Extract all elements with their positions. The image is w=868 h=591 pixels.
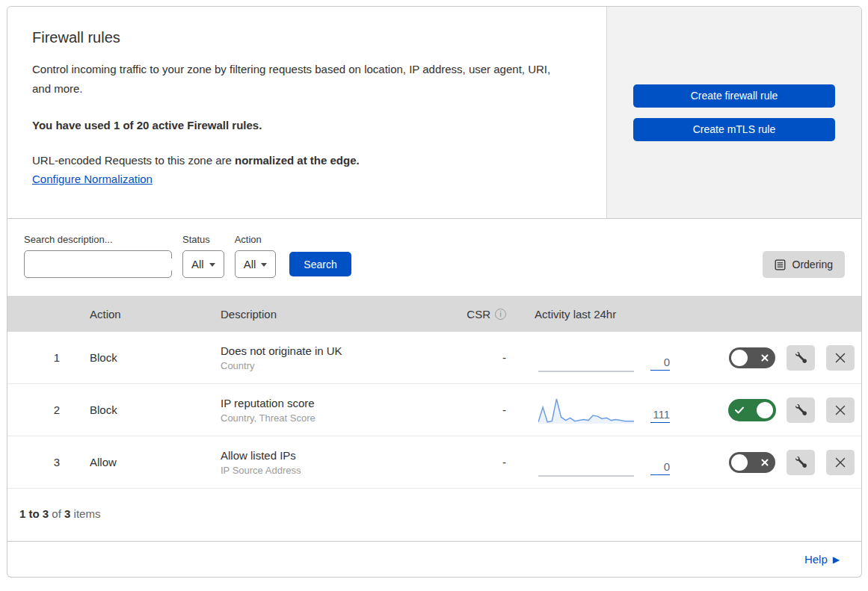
search-input[interactable] [38,259,173,270]
rule-action: Block [75,351,206,364]
rule-description: IP reputation score [221,397,445,409]
close-icon [835,405,846,415]
check-icon [735,406,744,414]
rule-controls [692,397,861,423]
rule-priority: 2 [7,403,75,416]
firewall-rules-page: Firewall rules Control incoming traffic … [7,6,862,578]
close-icon [835,457,846,468]
toggle-knob [731,350,748,366]
table-row: 3 Allow Allow listed IPs IP Source Addre… [7,436,861,489]
activity-count-link[interactable]: 0 [650,460,670,475]
edit-rule-button[interactable] [787,345,815,371]
header-content: Firewall rules Control incoming traffic … [7,7,606,218]
pagination-of: of [52,507,61,520]
rule-priority: 3 [7,456,75,468]
table-row: 1 Block Does not originate in UK Country… [7,332,861,384]
activity-count-link[interactable]: 0 [650,356,670,371]
rule-description-cell: Does not originate in UK Country [206,344,445,371]
pagination-summary: 1 to 3 of 3 items [7,489,861,541]
ordering-button[interactable]: Ordering [763,251,845,278]
create-firewall-rule-button[interactable]: Create firewall rule [633,84,835,108]
normalization-text: URL-encoded Requests to this zone are [32,154,235,167]
column-header-action: Action [75,308,206,321]
help-link[interactable]: Help ▶ [804,553,840,566]
help-link-label: Help [804,553,828,566]
rule-activity-cell: 0 [512,343,692,373]
chevron-down-icon [261,263,267,267]
pagination-items: items [74,507,101,520]
rule-action: Allow [75,456,206,468]
search-field-group: Search description... [24,234,172,278]
rule-enabled-toggle[interactable] [729,452,775,473]
status-filter-label: Status [182,234,224,245]
status-filter-group: Status All [182,234,224,278]
wrench-icon [795,352,807,363]
rule-fields: Country, Threat Score [221,412,445,424]
activity-sparkline [538,395,634,425]
activity-sparkline [538,448,634,477]
wrench-icon [795,457,807,468]
edit-rule-button[interactable] [787,397,815,423]
rule-enabled-toggle[interactable] [729,347,775,368]
search-button[interactable]: Search [289,252,351,276]
page-title: Firewall rules [32,29,576,46]
rule-activity-cell: 0 [512,448,692,477]
rule-fields: Country [221,360,445,371]
arrow-right-icon: ▶ [833,555,840,564]
x-icon [761,354,769,362]
table-header-row: Action Description CSR i Activity last 2… [7,296,861,332]
rule-description: Does not originate in UK [221,344,445,357]
rule-enabled-toggle[interactable] [729,400,775,421]
x-icon [761,459,769,466]
rule-priority: 1 [7,351,75,364]
status-filter-dropdown[interactable]: All [182,250,224,278]
configure-normalization-link[interactable]: Configure Normalization [32,173,153,185]
pagination-total: 3 [64,507,70,520]
csr-header-label: CSR [467,308,490,321]
info-icon[interactable]: i [495,309,506,320]
rule-description-cell: IP reputation score Country, Threat Scor… [206,397,445,424]
action-filter-group: Action All [235,234,277,278]
help-bar: Help ▶ [7,542,862,578]
rule-controls [692,450,861,475]
normalization-bold-text: normalized at the edge. [235,154,360,167]
usage-notice: You have used 1 of 20 active Firewall ru… [32,119,576,131]
rules-list-card: Search description... Status All Action … [7,219,862,542]
pagination-range: 1 to 3 [19,507,49,520]
rule-description: Allow listed IPs [221,449,445,462]
close-icon [835,353,846,363]
delete-rule-button[interactable] [826,397,855,423]
delete-rule-button[interactable] [826,450,855,475]
action-filter-label: Action [235,234,277,245]
rule-description-cell: Allow listed IPs IP Source Address [206,449,445,476]
search-field-label: Search description... [24,234,172,245]
toggle-knob [731,454,748,471]
firewall-rules-header-card: Firewall rules Control incoming traffic … [7,6,862,219]
list-document-icon [775,259,786,270]
rule-action: Block [75,403,206,416]
rule-fields: IP Source Address [221,465,445,476]
ordering-button-label: Ordering [792,259,833,270]
edit-rule-button[interactable] [787,450,815,475]
activity-count-link[interactable]: 111 [650,408,670,423]
search-input-wrapper [24,250,172,278]
column-header-description: Description [206,308,445,321]
activity-sparkline [538,343,634,373]
chevron-down-icon [209,263,215,267]
action-filter-value: All [244,258,256,270]
rule-csr-value: - [445,351,512,364]
rule-activity-cell: 111 [512,395,692,425]
wrench-icon [795,404,807,415]
action-filter-dropdown[interactable]: All [235,250,277,278]
toggle-knob [757,402,773,418]
rule-controls [692,345,861,371]
status-filter-value: All [191,258,204,270]
column-header-activity: Activity last 24hr [512,308,692,321]
page-description: Control incoming traffic to your zone by… [32,60,567,99]
rule-csr-value: - [445,403,512,416]
actions-panel: Create firewall rule Create mTLS rule [606,7,861,218]
rule-csr-value: - [445,456,512,468]
create-mtls-rule-button[interactable]: Create mTLS rule [633,118,835,141]
delete-rule-button[interactable] [826,345,855,371]
filter-bar: Search description... Status All Action … [7,219,861,296]
